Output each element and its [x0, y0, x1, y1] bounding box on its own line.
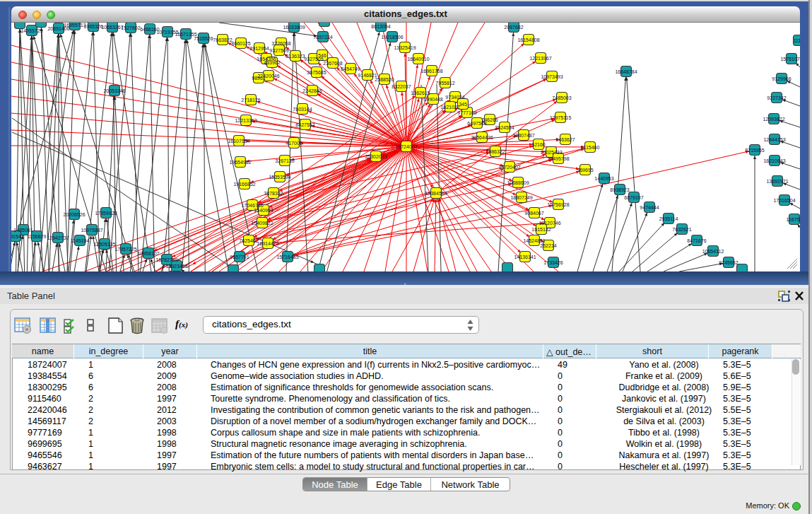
svg-text:17016504: 17016504	[773, 198, 795, 203]
svg-text:9245652: 9245652	[719, 260, 738, 265]
svg-text:8938923: 8938923	[610, 187, 629, 192]
svg-text:8471676: 8471676	[687, 238, 706, 243]
svg-text:2367608: 2367608	[323, 61, 342, 66]
svg-text:8322037: 8322037	[392, 84, 411, 89]
svg-text:417006: 417006	[286, 141, 302, 146]
svg-text:19218506: 19218506	[381, 35, 403, 40]
svg-text:252214: 252214	[540, 243, 556, 248]
svg-text:8813054: 8813054	[371, 24, 390, 29]
svg-text:15756928: 15756928	[547, 202, 569, 207]
svg-text:8136323: 8136323	[286, 54, 305, 59]
svg-text:9227342: 9227342	[767, 95, 786, 100]
svg-text:8912954: 8912954	[249, 46, 269, 51]
svg-text:7625402: 7625402	[239, 238, 258, 243]
svg-text:9129966: 9129966	[772, 76, 791, 81]
svg-text:14136141: 14136141	[514, 255, 536, 259]
svg-text:16961758: 16961758	[420, 69, 442, 74]
svg-text:7663822: 7663822	[213, 37, 232, 42]
svg-text:546: 546	[318, 53, 326, 58]
svg-text:7632621: 7632621	[672, 227, 691, 232]
svg-text:1362615: 1362615	[411, 90, 430, 95]
svg-text:9734024: 9734024	[445, 95, 464, 100]
svg-text:20053346: 20053346	[103, 88, 125, 93]
svg-text:13325419: 13325419	[394, 45, 416, 50]
svg-text:15409822: 15409822	[251, 221, 273, 226]
svg-text:12975115: 12975115	[550, 115, 572, 120]
svg-text:3267130: 3267130	[275, 158, 294, 163]
svg-text:1065326: 1065326	[83, 24, 102, 29]
svg-text:433962: 433962	[264, 60, 280, 65]
svg-text:16782759: 16782759	[155, 257, 177, 262]
svg-text:391541: 391541	[11, 234, 24, 239]
svg-text:13692971: 13692971	[766, 179, 788, 184]
svg-text:20206526: 20206526	[63, 212, 85, 217]
svg-text:3624554: 3624554	[495, 125, 514, 130]
svg-text:15751074: 15751074	[780, 57, 800, 62]
svg-text:12213967: 12213967	[529, 56, 551, 61]
svg-text:9327509: 9327509	[269, 48, 288, 53]
svg-text:98961: 98961	[252, 76, 266, 81]
svg-text:18724007: 18724007	[395, 144, 417, 149]
svg-text:16154808: 16154808	[517, 37, 539, 42]
svg-text:16640910: 16640910	[407, 57, 429, 62]
svg-text:18807249: 18807249	[510, 195, 532, 200]
svg-text:10975887: 10975887	[81, 228, 102, 233]
svg-text:10025433: 10025433	[540, 150, 562, 155]
svg-text:1733426: 1733426	[543, 260, 563, 265]
svg-text:14524851: 14524851	[523, 238, 545, 243]
svg-text:7955812: 7955812	[435, 81, 454, 86]
svg-text:12213363: 12213363	[235, 118, 257, 123]
svg-text:9474444: 9474444	[640, 205, 659, 210]
svg-text:6879197: 6879197	[624, 195, 643, 200]
svg-text:14055721: 14055721	[20, 28, 42, 33]
svg-text:21564436: 21564436	[471, 135, 493, 140]
svg-text:1527602: 1527602	[121, 25, 140, 30]
svg-text:15716485: 15716485	[276, 255, 298, 259]
svg-text:3675685: 3675685	[307, 70, 326, 75]
svg-text:8427552: 8427552	[295, 122, 314, 127]
svg-text:9657791: 9657791	[230, 255, 249, 259]
svg-text:14495798: 14495798	[547, 156, 569, 161]
svg-text:2588520: 2588520	[375, 77, 394, 82]
svg-text:10653267: 10653267	[101, 25, 123, 30]
svg-text:1156829: 1156829	[28, 234, 47, 239]
svg-text:9084067: 9084067	[524, 211, 543, 216]
svg-text:7986322: 7986322	[486, 149, 505, 154]
svg-text:1621022: 1621022	[440, 105, 459, 110]
svg-text:19166852: 19166852	[233, 182, 255, 187]
svg-text:16033809: 16033809	[283, 25, 305, 30]
svg-text:17359928: 17359928	[95, 211, 117, 216]
svg-text:10807487: 10807487	[512, 133, 534, 138]
svg-text:12942737: 12942737	[47, 235, 69, 240]
svg-text:1485061: 1485061	[13, 228, 33, 233]
svg-text:2718176: 2718176	[241, 98, 260, 103]
svg-text:8454749: 8454749	[341, 66, 360, 71]
svg-text:10973493: 10973493	[541, 74, 563, 79]
svg-text:7603144: 7603144	[293, 107, 312, 112]
svg-text:16955713: 16955713	[64, 23, 86, 28]
svg-text:1145194: 1145194	[71, 238, 90, 243]
svg-text:10654112: 10654112	[702, 249, 724, 254]
svg-text:19384554: 19384554	[425, 191, 447, 196]
svg-text:1540994: 1540994	[254, 208, 273, 213]
svg-text:3226058: 3226058	[271, 41, 290, 46]
svg-text:12093822: 12093822	[763, 117, 784, 122]
svg-text:25302033: 25302033	[365, 154, 387, 159]
svg-text:969695: 969695	[577, 168, 593, 173]
svg-text:12505135: 12505135	[93, 242, 115, 247]
svg-text:8660125: 8660125	[231, 41, 250, 46]
svg-text:2935114: 2935114	[659, 216, 678, 221]
svg-text:9777169: 9777169	[457, 110, 476, 115]
svg-text:345: 345	[459, 102, 467, 107]
svg-text:8215955: 8215955	[745, 148, 764, 153]
svg-text:3878332: 3878332	[264, 191, 283, 196]
svg-text:9115460: 9115460	[581, 145, 600, 150]
svg-text:6497568: 6497568	[467, 121, 486, 126]
svg-text:12923468: 12923468	[165, 264, 187, 269]
svg-text:15353594: 15353594	[269, 175, 290, 180]
svg-text:17046786: 17046786	[241, 203, 263, 208]
svg-text:7357224: 7357224	[313, 35, 332, 40]
svg-text:16914479: 16914479	[257, 241, 278, 246]
svg-text:1440953: 1440953	[594, 176, 613, 181]
svg-text:16648784: 16648784	[615, 69, 637, 74]
